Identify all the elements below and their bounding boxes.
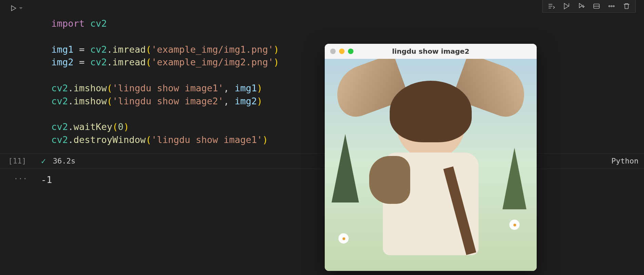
notebook-editor: import cv2 img1 = cv2.imread('example_im…	[0, 0, 644, 275]
background-tree	[502, 148, 526, 209]
character-hair	[390, 81, 472, 142]
flower-decoration	[509, 220, 520, 230]
minimize-window-button[interactable]	[339, 49, 345, 54]
character-body	[383, 153, 479, 255]
execution-time: 36.2s	[53, 157, 75, 165]
window-title: lingdu show image2	[392, 47, 469, 55]
close-window-button[interactable]	[330, 49, 336, 54]
displayed-image	[325, 59, 537, 271]
window-titlebar[interactable]: lingdu show image2	[325, 44, 537, 59]
output-collapse-icon[interactable]: ···	[14, 174, 27, 185]
flower-decoration	[338, 233, 349, 244]
cell-output: ··· -1	[0, 169, 644, 185]
opencv-image-window[interactable]: lingdu show image2	[325, 44, 537, 271]
anime-character	[383, 91, 479, 255]
execution-count: [11]	[8, 157, 26, 165]
execution-status-row: [11] ✓ 36.2s Python	[0, 153, 644, 169]
traffic-lights	[330, 49, 353, 54]
output-value: -1	[41, 174, 52, 185]
success-checkmark-icon: ✓	[41, 156, 46, 166]
module-cv2: cv2	[90, 18, 107, 29]
leather-strap	[443, 167, 476, 255]
keyword-import: import	[51, 18, 85, 29]
kernel-indicator[interactable]: Python	[612, 157, 639, 165]
cell-gutter	[0, 0, 31, 146]
shoulder-armor	[369, 156, 410, 204]
code-cell: import cv2 img1 = cv2.imread('example_im…	[0, 0, 644, 146]
run-cell-button[interactable]	[10, 4, 23, 12]
background-tree	[332, 134, 359, 202]
maximize-window-button[interactable]	[348, 49, 353, 54]
